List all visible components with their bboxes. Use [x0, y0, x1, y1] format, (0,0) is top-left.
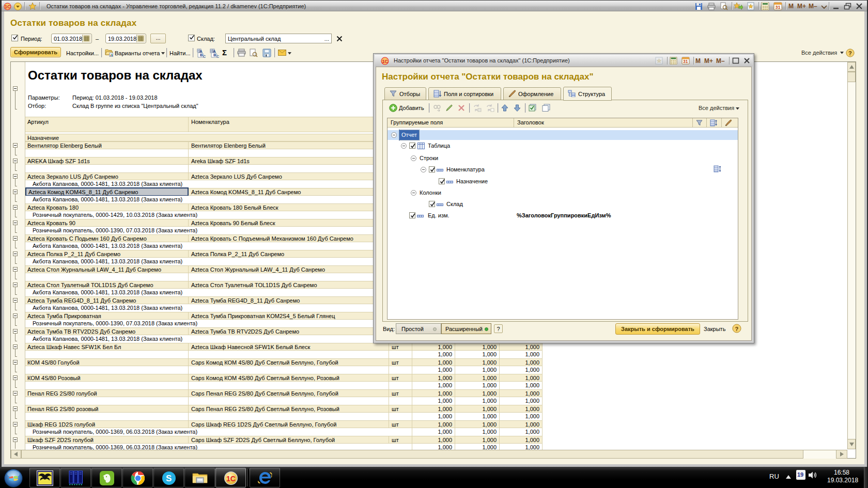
svg-text:C: C — [216, 55, 219, 58]
svg-text:1C: 1C — [382, 59, 389, 64]
svg-text:31: 31 — [776, 5, 781, 10]
svg-text:1C: 1C — [5, 4, 11, 9]
svg-text:S: S — [166, 474, 172, 483]
svg-text:1С: 1С — [226, 475, 236, 483]
svg-text:C: C — [203, 55, 206, 58]
svg-text:31: 31 — [683, 59, 688, 64]
svg-text:?: ? — [848, 50, 852, 56]
svg-text:?: ? — [735, 326, 739, 332]
